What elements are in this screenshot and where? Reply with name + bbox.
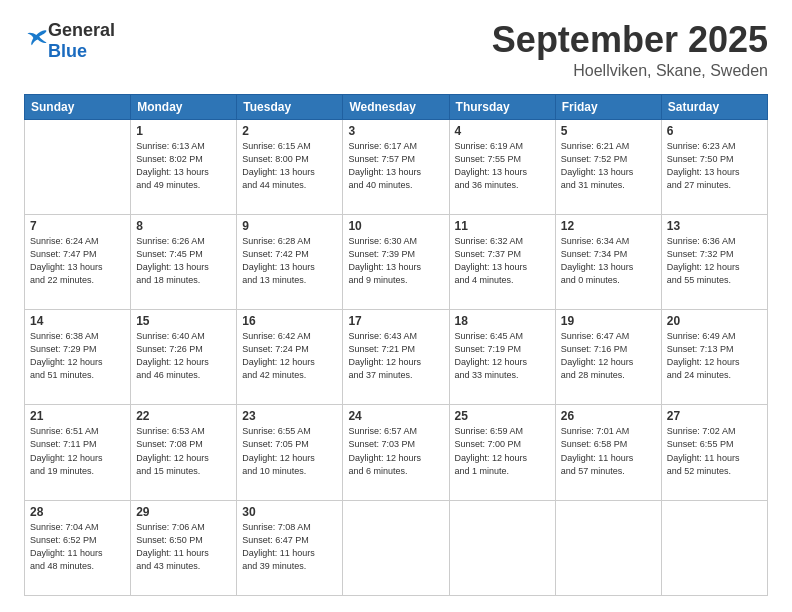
day-number: 29 (136, 505, 231, 519)
day-info: Sunrise: 7:02 AM Sunset: 6:55 PM Dayligh… (667, 425, 762, 477)
table-row: 8Sunrise: 6:26 AM Sunset: 7:45 PM Daylig… (131, 214, 237, 309)
day-number: 25 (455, 409, 550, 423)
table-row (555, 500, 661, 595)
logo-text: General Blue (48, 20, 115, 61)
day-info: Sunrise: 6:42 AM Sunset: 7:24 PM Dayligh… (242, 330, 337, 382)
day-number: 13 (667, 219, 762, 233)
day-number: 6 (667, 124, 762, 138)
month-title: September 2025 (492, 20, 768, 60)
table-row: 1Sunrise: 6:13 AM Sunset: 8:02 PM Daylig… (131, 119, 237, 214)
table-row (449, 500, 555, 595)
day-info: Sunrise: 6:19 AM Sunset: 7:55 PM Dayligh… (455, 140, 550, 192)
table-row (343, 500, 449, 595)
table-row (25, 119, 131, 214)
day-number: 18 (455, 314, 550, 328)
day-number: 23 (242, 409, 337, 423)
table-row: 4Sunrise: 6:19 AM Sunset: 7:55 PM Daylig… (449, 119, 555, 214)
table-row: 11Sunrise: 6:32 AM Sunset: 7:37 PM Dayli… (449, 214, 555, 309)
day-number: 8 (136, 219, 231, 233)
day-info: Sunrise: 6:43 AM Sunset: 7:21 PM Dayligh… (348, 330, 443, 382)
day-info: Sunrise: 6:40 AM Sunset: 7:26 PM Dayligh… (136, 330, 231, 382)
table-row: 18Sunrise: 6:45 AM Sunset: 7:19 PM Dayli… (449, 310, 555, 405)
day-info: Sunrise: 6:45 AM Sunset: 7:19 PM Dayligh… (455, 330, 550, 382)
day-number: 10 (348, 219, 443, 233)
table-row: 13Sunrise: 6:36 AM Sunset: 7:32 PM Dayli… (661, 214, 767, 309)
table-row: 12Sunrise: 6:34 AM Sunset: 7:34 PM Dayli… (555, 214, 661, 309)
calendar-table: Sunday Monday Tuesday Wednesday Thursday… (24, 94, 768, 596)
table-row: 7Sunrise: 6:24 AM Sunset: 7:47 PM Daylig… (25, 214, 131, 309)
table-row: 29Sunrise: 7:06 AM Sunset: 6:50 PM Dayli… (131, 500, 237, 595)
day-info: Sunrise: 6:53 AM Sunset: 7:08 PM Dayligh… (136, 425, 231, 477)
table-row: 19Sunrise: 6:47 AM Sunset: 7:16 PM Dayli… (555, 310, 661, 405)
day-number: 11 (455, 219, 550, 233)
day-number: 26 (561, 409, 656, 423)
table-row: 6Sunrise: 6:23 AM Sunset: 7:50 PM Daylig… (661, 119, 767, 214)
day-number: 14 (30, 314, 125, 328)
col-tuesday: Tuesday (237, 94, 343, 119)
day-number: 12 (561, 219, 656, 233)
table-row: 9Sunrise: 6:28 AM Sunset: 7:42 PM Daylig… (237, 214, 343, 309)
calendar-week-row: 7Sunrise: 6:24 AM Sunset: 7:47 PM Daylig… (25, 214, 768, 309)
table-row: 22Sunrise: 6:53 AM Sunset: 7:08 PM Dayli… (131, 405, 237, 500)
col-monday: Monday (131, 94, 237, 119)
page: General Blue September 2025 Hoellviken, … (0, 0, 792, 612)
table-row: 3Sunrise: 6:17 AM Sunset: 7:57 PM Daylig… (343, 119, 449, 214)
day-info: Sunrise: 6:15 AM Sunset: 8:00 PM Dayligh… (242, 140, 337, 192)
day-info: Sunrise: 7:06 AM Sunset: 6:50 PM Dayligh… (136, 521, 231, 573)
calendar-week-row: 28Sunrise: 7:04 AM Sunset: 6:52 PM Dayli… (25, 500, 768, 595)
day-number: 19 (561, 314, 656, 328)
day-info: Sunrise: 7:08 AM Sunset: 6:47 PM Dayligh… (242, 521, 337, 573)
day-info: Sunrise: 6:17 AM Sunset: 7:57 PM Dayligh… (348, 140, 443, 192)
day-info: Sunrise: 6:38 AM Sunset: 7:29 PM Dayligh… (30, 330, 125, 382)
day-number: 16 (242, 314, 337, 328)
day-info: Sunrise: 7:01 AM Sunset: 6:58 PM Dayligh… (561, 425, 656, 477)
table-row: 16Sunrise: 6:42 AM Sunset: 7:24 PM Dayli… (237, 310, 343, 405)
day-info: Sunrise: 6:23 AM Sunset: 7:50 PM Dayligh… (667, 140, 762, 192)
day-info: Sunrise: 6:32 AM Sunset: 7:37 PM Dayligh… (455, 235, 550, 287)
day-number: 24 (348, 409, 443, 423)
table-row: 28Sunrise: 7:04 AM Sunset: 6:52 PM Dayli… (25, 500, 131, 595)
table-row: 10Sunrise: 6:30 AM Sunset: 7:39 PM Dayli… (343, 214, 449, 309)
table-row (661, 500, 767, 595)
day-info: Sunrise: 6:51 AM Sunset: 7:11 PM Dayligh… (30, 425, 125, 477)
day-info: Sunrise: 6:26 AM Sunset: 7:45 PM Dayligh… (136, 235, 231, 287)
table-row: 26Sunrise: 7:01 AM Sunset: 6:58 PM Dayli… (555, 405, 661, 500)
table-row: 23Sunrise: 6:55 AM Sunset: 7:05 PM Dayli… (237, 405, 343, 500)
logo-bird-icon (26, 27, 48, 49)
table-row: 25Sunrise: 6:59 AM Sunset: 7:00 PM Dayli… (449, 405, 555, 500)
day-number: 9 (242, 219, 337, 233)
day-info: Sunrise: 6:55 AM Sunset: 7:05 PM Dayligh… (242, 425, 337, 477)
day-number: 22 (136, 409, 231, 423)
table-row: 5Sunrise: 6:21 AM Sunset: 7:52 PM Daylig… (555, 119, 661, 214)
col-saturday: Saturday (661, 94, 767, 119)
table-row: 14Sunrise: 6:38 AM Sunset: 7:29 PM Dayli… (25, 310, 131, 405)
day-info: Sunrise: 6:28 AM Sunset: 7:42 PM Dayligh… (242, 235, 337, 287)
calendar-week-row: 1Sunrise: 6:13 AM Sunset: 8:02 PM Daylig… (25, 119, 768, 214)
logo: General Blue (24, 20, 115, 61)
calendar-week-row: 14Sunrise: 6:38 AM Sunset: 7:29 PM Dayli… (25, 310, 768, 405)
day-number: 30 (242, 505, 337, 519)
table-row: 20Sunrise: 6:49 AM Sunset: 7:13 PM Dayli… (661, 310, 767, 405)
table-row: 27Sunrise: 7:02 AM Sunset: 6:55 PM Dayli… (661, 405, 767, 500)
day-number: 28 (30, 505, 125, 519)
table-row: 17Sunrise: 6:43 AM Sunset: 7:21 PM Dayli… (343, 310, 449, 405)
day-number: 17 (348, 314, 443, 328)
table-row: 2Sunrise: 6:15 AM Sunset: 8:00 PM Daylig… (237, 119, 343, 214)
day-number: 4 (455, 124, 550, 138)
day-info: Sunrise: 6:47 AM Sunset: 7:16 PM Dayligh… (561, 330, 656, 382)
col-sunday: Sunday (25, 94, 131, 119)
day-info: Sunrise: 6:24 AM Sunset: 7:47 PM Dayligh… (30, 235, 125, 287)
title-block: September 2025 Hoellviken, Skane, Sweden (492, 20, 768, 80)
day-number: 7 (30, 219, 125, 233)
day-info: Sunrise: 6:36 AM Sunset: 7:32 PM Dayligh… (667, 235, 762, 287)
table-row: 30Sunrise: 7:08 AM Sunset: 6:47 PM Dayli… (237, 500, 343, 595)
calendar-week-row: 21Sunrise: 6:51 AM Sunset: 7:11 PM Dayli… (25, 405, 768, 500)
day-number: 3 (348, 124, 443, 138)
header: General Blue September 2025 Hoellviken, … (24, 20, 768, 80)
day-info: Sunrise: 6:57 AM Sunset: 7:03 PM Dayligh… (348, 425, 443, 477)
day-info: Sunrise: 6:30 AM Sunset: 7:39 PM Dayligh… (348, 235, 443, 287)
day-number: 27 (667, 409, 762, 423)
col-friday: Friday (555, 94, 661, 119)
day-number: 5 (561, 124, 656, 138)
day-info: Sunrise: 6:59 AM Sunset: 7:00 PM Dayligh… (455, 425, 550, 477)
